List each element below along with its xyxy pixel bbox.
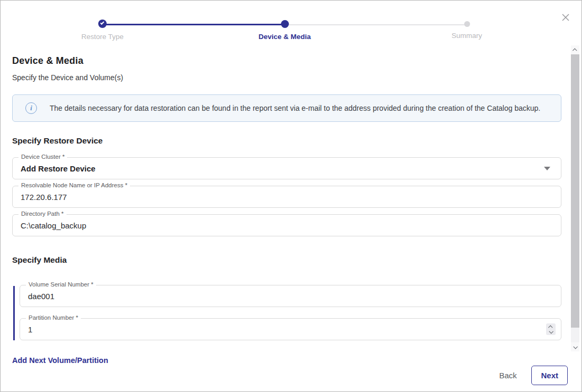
next-button[interactable]: Next <box>531 366 568 385</box>
chevron-up-icon <box>572 48 577 52</box>
vertical-scrollbar[interactable] <box>571 45 579 351</box>
media-heading: Specify Media <box>12 255 561 265</box>
directory-path-field: Directory Path * <box>12 214 561 236</box>
media-volume-group: Volume Serial Number * Partition Number … <box>12 285 561 340</box>
node-address-label: Resolvable Node Name or IP Address * <box>18 182 130 188</box>
device-cluster-select[interactable]: Device Cluster * Add Restore Device <box>12 157 561 179</box>
partition-number-label: Partition Number * <box>26 314 81 321</box>
restore-device-heading: Specify Restore Device <box>12 136 561 146</box>
restore-wizard-dialog: Restore Type Device & Media Summary Devi… <box>0 0 582 392</box>
step-label: Restore Type <box>50 33 155 41</box>
add-next-volume-link[interactable]: Add Next Volume/Partition <box>12 356 108 365</box>
directory-path-label: Directory Path * <box>18 211 67 217</box>
restore-device-fields: Device Cluster * Add Restore Device Reso… <box>12 157 561 236</box>
step-completed-check-icon <box>98 20 107 28</box>
directory-path-input[interactable] <box>13 215 561 236</box>
chevron-down-icon <box>544 167 550 170</box>
node-address-field: Resolvable Node Name or IP Address * <box>12 186 561 208</box>
step-label: Summary <box>414 32 520 40</box>
device-cluster-label: Device Cluster * <box>18 154 67 160</box>
node-address-input[interactable] <box>13 186 561 207</box>
scrollbar-up-button[interactable] <box>571 45 579 54</box>
info-banner: i The details necessary for data restora… <box>12 94 561 122</box>
scrollbar-thumb[interactable] <box>571 54 579 328</box>
info-banner-text: The details necessary for data restorati… <box>50 104 540 112</box>
wizard-footer: Back Next <box>499 366 568 385</box>
chevron-up-icon <box>548 325 552 329</box>
step-label: Device & Media <box>232 33 337 41</box>
wizard-content: Device & Media Specify the Device and Vo… <box>12 55 561 365</box>
back-button[interactable]: Back <box>499 371 517 380</box>
volume-serial-input[interactable] <box>20 285 561 307</box>
step-upcoming-dot-icon <box>464 21 470 27</box>
page-title: Device & Media <box>12 55 561 66</box>
info-icon: i <box>25 102 37 114</box>
device-cluster-value: Add Restore Device <box>21 164 544 173</box>
stepper-step-restore-type[interactable]: Restore Type <box>50 20 155 41</box>
chevron-down-icon <box>573 345 577 349</box>
stepper-step-summary[interactable]: Summary <box>414 20 520 40</box>
partition-number-field: Partition Number * <box>20 318 561 340</box>
number-stepper[interactable] <box>546 323 556 335</box>
volume-serial-field: Volume Serial Number * <box>20 285 561 307</box>
wizard-stepper: Restore Type Device & Media Summary <box>1 1 581 43</box>
page-subtitle: Specify the Device and Volume(s) <box>12 73 561 82</box>
volume-serial-label: Volume Serial Number * <box>26 281 96 288</box>
scrollbar-down-button[interactable] <box>571 342 579 351</box>
chevron-down-icon <box>549 329 553 333</box>
stepper-step-device-media[interactable]: Device & Media <box>232 20 337 41</box>
step-active-dot-icon <box>281 20 289 28</box>
partition-number-input[interactable] <box>20 319 561 340</box>
